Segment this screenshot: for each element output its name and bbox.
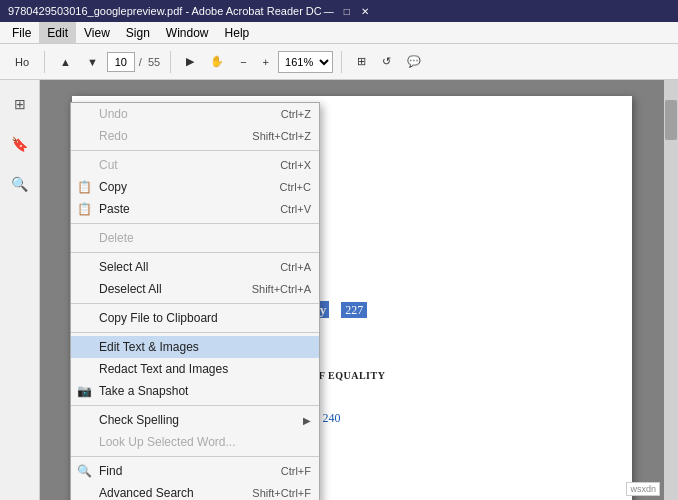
menu-copy-file[interactable]: Copy File to Clipboard — [71, 307, 319, 329]
total-pages: 55 — [148, 56, 160, 68]
menu-undo[interactable]: Undo Ctrl+Z — [71, 103, 319, 125]
fit-page-button[interactable]: ⊞ — [350, 49, 373, 75]
pdf-num-10: 240 — [322, 411, 340, 425]
menu-find[interactable]: 🔍 Find Ctrl+F — [71, 460, 319, 482]
menu-select-all-shortcut: Ctrl+A — [280, 261, 311, 273]
sep-4 — [71, 303, 319, 304]
menu-select-all[interactable]: Select All Ctrl+A — [71, 256, 319, 278]
spelling-submenu-arrow: ▶ — [303, 415, 311, 426]
close-button[interactable]: ✕ — [358, 4, 372, 18]
menu-copy-label: Copy — [99, 180, 127, 194]
scroll-thumb[interactable] — [665, 100, 677, 140]
menu-snapshot-label: Take a Snapshot — [99, 384, 188, 398]
toolbar-extra-group: ⊞ ↺ 💬 — [350, 49, 428, 75]
pdf-num-bold: 227 — [341, 302, 367, 318]
maximize-button[interactable]: □ — [340, 4, 354, 18]
menu-edit[interactable]: Edit — [39, 22, 76, 43]
menu-redact-label: Redact Text and Images — [99, 362, 228, 376]
panel-search-button[interactable]: 🔍 — [4, 168, 36, 200]
menu-advanced-search-label: Advanced Search — [99, 486, 194, 500]
toolbar: Ho ▲ ▼ / 55 ▶ ✋ − + 161% 100% 75% 50% ⊞ … — [0, 44, 678, 80]
menu-redo[interactable]: Redo Shift+Ctrl+Z — [71, 125, 319, 147]
menu-undo-label: Undo — [99, 107, 128, 121]
select-tool-button[interactable]: ▶ — [179, 49, 201, 75]
menu-redo-label: Redo — [99, 129, 128, 143]
menu-lookup-label: Look Up Selected Word... — [99, 435, 236, 449]
title-bar: 9780429503016_googlepreview.pdf - Adobe … — [0, 0, 678, 22]
find-icon: 🔍 — [77, 464, 92, 478]
menu-find-label: Find — [99, 464, 122, 478]
snapshot-icon: 📷 — [77, 384, 92, 398]
toolbar-sep-2 — [170, 51, 171, 73]
menu-edit-text[interactable]: Edit Text & Images — [71, 336, 319, 358]
panel-bookmark-button[interactable]: 🔖 — [4, 128, 36, 160]
menu-redo-shortcut: Shift+Ctrl+Z — [252, 130, 311, 142]
toolbar-sep-1 — [44, 51, 45, 73]
sep-1 — [71, 150, 319, 151]
menu-paste-label: Paste — [99, 202, 130, 216]
sep-6 — [71, 405, 319, 406]
menu-copy-file-label: Copy File to Clipboard — [99, 311, 218, 325]
menu-delete[interactable]: Delete — [71, 227, 319, 249]
menu-window[interactable]: Window — [158, 22, 217, 43]
watermark-badge: wsxdn — [626, 482, 660, 496]
toolbar-home-group: Ho — [8, 49, 36, 75]
menu-undo-shortcut: Ctrl+Z — [281, 108, 311, 120]
paste-icon: 📋 — [77, 202, 92, 216]
pdf-area: itical Roles 193 NT OF COMPARISON rld Le… — [40, 80, 664, 500]
left-panel: ⊞ 🔖 🔍 — [0, 80, 40, 500]
menu-find-shortcut: Ctrl+F — [281, 465, 311, 477]
zoom-out-button[interactable]: − — [233, 49, 253, 75]
menu-help[interactable]: Help — [217, 22, 258, 43]
copy-icon: 📋 — [77, 180, 92, 194]
sep-2 — [71, 223, 319, 224]
menu-select-all-label: Select All — [99, 260, 148, 274]
menu-file[interactable]: File — [4, 22, 39, 43]
menu-cut[interactable]: Cut Ctrl+X — [71, 154, 319, 176]
menu-deselect-all[interactable]: Deselect All Shift+Ctrl+A — [71, 278, 319, 300]
edit-dropdown-menu[interactable]: Undo Ctrl+Z Redo Shift+Ctrl+Z Cut Ctrl+X… — [70, 102, 320, 500]
page-sep: / — [139, 56, 142, 68]
menu-view[interactable]: View — [76, 22, 118, 43]
menu-redact[interactable]: Redact Text and Images — [71, 358, 319, 380]
minimize-button[interactable]: — — [322, 4, 336, 18]
panel-page-thumb-button[interactable]: ⊞ — [4, 88, 36, 120]
menu-cut-label: Cut — [99, 158, 118, 172]
sep-5 — [71, 332, 319, 333]
menu-paste-shortcut: Ctrl+V — [280, 203, 311, 215]
title-bar-controls[interactable]: — □ ✕ — [322, 4, 372, 18]
menu-delete-label: Delete — [99, 231, 134, 245]
menu-paste[interactable]: 📋 Paste Ctrl+V — [71, 198, 319, 220]
zoom-in-button[interactable]: + — [256, 49, 276, 75]
menu-copy-shortcut: Ctrl+C — [280, 181, 311, 193]
scroll-bar[interactable] — [664, 80, 678, 500]
menu-deselect-all-shortcut: Shift+Ctrl+A — [252, 283, 311, 295]
zoom-select[interactable]: 161% 100% 75% 50% — [278, 51, 333, 73]
menu-cut-shortcut: Ctrl+X — [280, 159, 311, 171]
comment-button[interactable]: 💬 — [400, 49, 428, 75]
rotate-button[interactable]: ↺ — [375, 49, 398, 75]
menu-deselect-all-label: Deselect All — [99, 282, 162, 296]
menu-lookup[interactable]: Look Up Selected Word... — [71, 431, 319, 453]
page-number-input[interactable] — [107, 52, 135, 72]
menu-sign[interactable]: Sign — [118, 22, 158, 43]
next-page-button[interactable]: ▼ — [80, 49, 105, 75]
title-bar-text: 9780429503016_googlepreview.pdf - Adobe … — [8, 5, 322, 17]
main-area: ⊞ 🔖 🔍 itical Roles 193 NT OF COMPARISON … — [0, 80, 678, 500]
toolbar-sep-3 — [341, 51, 342, 73]
menu-edit-text-label: Edit Text & Images — [99, 340, 199, 354]
menu-advanced-search-shortcut: Shift+Ctrl+F — [252, 487, 311, 499]
home-button[interactable]: Ho — [8, 49, 36, 75]
prev-page-button[interactable]: ▲ — [53, 49, 78, 75]
toolbar-tools-group: ▶ ✋ − + 161% 100% 75% 50% — [179, 49, 333, 75]
menu-spelling[interactable]: Check Spelling ▶ — [71, 409, 319, 431]
sep-7 — [71, 456, 319, 457]
menu-spelling-label: Check Spelling — [99, 413, 179, 427]
hand-tool-button[interactable]: ✋ — [203, 49, 231, 75]
toolbar-nav-group: ▲ ▼ / 55 — [53, 49, 162, 75]
menu-snapshot[interactable]: 📷 Take a Snapshot — [71, 380, 319, 402]
menu-copy[interactable]: 📋 Copy Ctrl+C — [71, 176, 319, 198]
sep-3 — [71, 252, 319, 253]
menu-advanced-search[interactable]: Advanced Search Shift+Ctrl+F — [71, 482, 319, 500]
menu-bar: File Edit View Sign Window Help — [0, 22, 678, 44]
